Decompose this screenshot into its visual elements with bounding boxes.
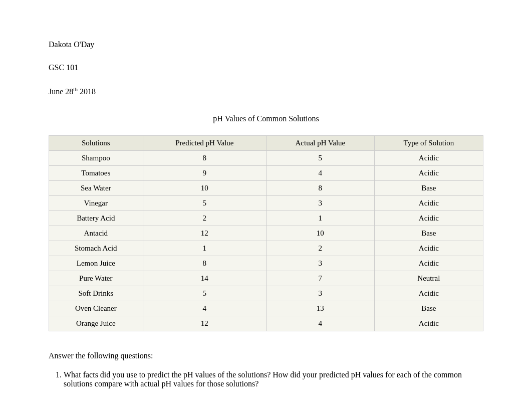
cell-type: Base xyxy=(374,226,483,241)
table-row: Soft Drinks53Acidic xyxy=(49,286,483,301)
question-1-text: What facts did you use to predict the pH… xyxy=(64,370,462,388)
question-1: What facts did you use to predict the pH… xyxy=(64,370,483,388)
cell-solution: Tomatoes xyxy=(49,166,143,181)
cell-predicted: 12 xyxy=(143,316,266,331)
table-header-row: Solutions Predicted pH Value Actual pH V… xyxy=(49,136,483,151)
instructions-text: Answer the following questions: xyxy=(49,351,483,360)
cell-type: Acidic xyxy=(374,166,483,181)
col-header-predicted: Predicted pH Value xyxy=(143,136,266,151)
cell-actual: 7 xyxy=(267,271,375,286)
table-row: Oven Cleaner413Base xyxy=(49,301,483,316)
cell-predicted: 10 xyxy=(143,181,266,196)
cell-type: Neutral xyxy=(374,271,483,286)
cell-actual: 5 xyxy=(267,151,375,166)
col-header-type: Type of Solution xyxy=(374,136,483,151)
cell-predicted: 5 xyxy=(143,286,266,301)
cell-actual: 4 xyxy=(267,166,375,181)
cell-solution: Battery Acid xyxy=(49,211,143,226)
date-suffix: 2018 xyxy=(78,87,96,96)
cell-actual: 3 xyxy=(267,286,375,301)
cell-predicted: 1 xyxy=(143,241,266,256)
table-row: Vinegar53Acidic xyxy=(49,196,483,211)
cell-solution: Pure Water xyxy=(49,271,143,286)
cell-actual: 10 xyxy=(267,226,375,241)
cell-solution: Lemon Juice xyxy=(49,256,143,271)
cell-actual: 2 xyxy=(267,241,375,256)
cell-predicted: 5 xyxy=(143,196,266,211)
table-row: Battery Acid21Acidic xyxy=(49,211,483,226)
cell-predicted: 12 xyxy=(143,226,266,241)
table-row: Tomatoes94Acidic xyxy=(49,166,483,181)
cell-type: Base xyxy=(374,301,483,316)
table-row: Orange Juice124Acidic xyxy=(49,316,483,331)
cell-predicted: 2 xyxy=(143,211,266,226)
cell-solution: Oven Cleaner xyxy=(49,301,143,316)
cell-solution: Stomach Acid xyxy=(49,241,143,256)
ph-table: Solutions Predicted pH Value Actual pH V… xyxy=(49,135,483,331)
questions-list: What facts did you use to predict the pH… xyxy=(49,370,483,388)
cell-type: Acidic xyxy=(374,316,483,331)
cell-solution: Orange Juice xyxy=(49,316,143,331)
cell-predicted: 8 xyxy=(143,256,266,271)
table-row: Pure Water147Neutral xyxy=(49,271,483,286)
cell-actual: 8 xyxy=(267,181,375,196)
author-text: Dakota O'Day xyxy=(49,40,94,49)
cell-type: Acidic xyxy=(374,286,483,301)
date-sup: th xyxy=(73,86,78,92)
cell-predicted: 4 xyxy=(143,301,266,316)
table-row: Lemon Juice83Acidic xyxy=(49,256,483,271)
cell-actual: 1 xyxy=(267,211,375,226)
cell-type: Acidic xyxy=(374,196,483,211)
table-row: Antacid1210Base xyxy=(49,226,483,241)
cell-actual: 13 xyxy=(267,301,375,316)
col-header-actual: Actual pH Value xyxy=(267,136,375,151)
table-row: Stomach Acid12Acidic xyxy=(49,241,483,256)
author-line: Dakota O'Day xyxy=(49,40,483,49)
cell-predicted: 14 xyxy=(143,271,266,286)
cell-type: Acidic xyxy=(374,211,483,226)
table-row: Shampoo85Acidic xyxy=(49,151,483,166)
cell-type: Acidic xyxy=(374,151,483,166)
cell-predicted: 9 xyxy=(143,166,266,181)
date-line: June 28th 2018 xyxy=(49,86,483,96)
table-title: pH Values of Common Solutions xyxy=(49,114,483,123)
course-line: GSC 101 xyxy=(49,63,483,72)
cell-type: Acidic xyxy=(374,256,483,271)
cell-solution: Antacid xyxy=(49,226,143,241)
cell-actual: 3 xyxy=(267,196,375,211)
col-header-solutions: Solutions xyxy=(49,136,143,151)
cell-solution: Sea Water xyxy=(49,181,143,196)
cell-predicted: 8 xyxy=(143,151,266,166)
cell-actual: 3 xyxy=(267,256,375,271)
cell-solution: Vinegar xyxy=(49,196,143,211)
table-row: Sea Water108Base xyxy=(49,181,483,196)
cell-type: Acidic xyxy=(374,241,483,256)
cell-solution: Shampoo xyxy=(49,151,143,166)
cell-solution: Soft Drinks xyxy=(49,286,143,301)
cell-type: Base xyxy=(374,181,483,196)
cell-actual: 4 xyxy=(267,316,375,331)
course-text: GSC 101 xyxy=(49,63,78,72)
date-prefix: June 28 xyxy=(49,87,73,96)
